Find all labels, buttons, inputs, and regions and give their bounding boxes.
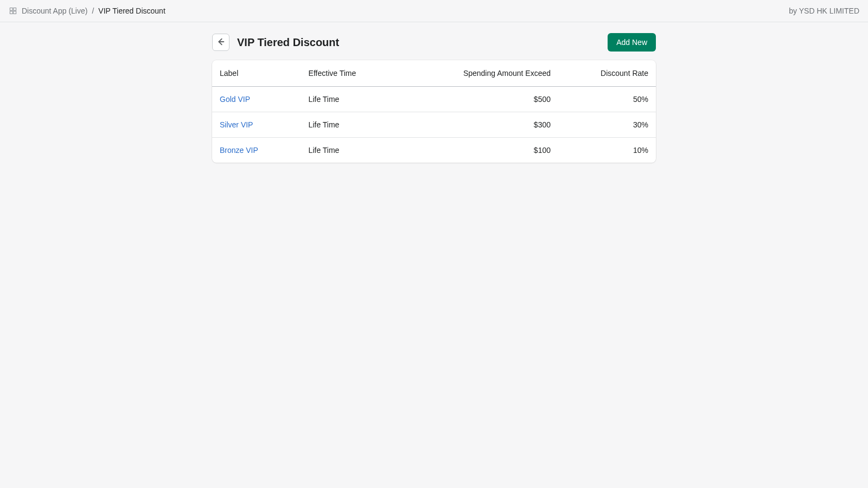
back-button[interactable] (212, 34, 229, 51)
tier-effective-time: Life Time (301, 138, 434, 163)
tier-spending-amount: $300 (434, 112, 558, 138)
page-header: VIP Tiered Discount Add New (212, 33, 656, 52)
tier-discount-rate: 10% (558, 138, 656, 163)
tier-table-card: Label Effective Time Spending Amount Exc… (212, 60, 656, 163)
tier-spending-amount: $500 (434, 87, 558, 112)
column-header-discount-rate: Discount Rate (558, 60, 656, 87)
table-row: Bronze VIP Life Time $100 10% (212, 138, 656, 163)
apps-icon (9, 7, 17, 15)
tier-discount-rate: 50% (558, 87, 656, 112)
table-row: Gold VIP Life Time $500 50% (212, 87, 656, 112)
top-bar: Discount App (Live) / VIP Tiered Discoun… (0, 0, 868, 22)
column-header-effective-time: Effective Time (301, 60, 434, 87)
breadcrumb: Discount App (Live) / VIP Tiered Discoun… (9, 7, 165, 15)
tier-spending-amount: $100 (434, 138, 558, 163)
attribution-text: by YSD HK LIMITED (789, 7, 859, 15)
tier-table: Label Effective Time Spending Amount Exc… (212, 60, 656, 163)
column-header-label: Label (212, 60, 301, 87)
page-title: VIP Tiered Discount (237, 36, 339, 49)
table-header-row: Label Effective Time Spending Amount Exc… (212, 60, 656, 87)
column-header-spending-amount: Spending Amount Exceed (434, 60, 558, 87)
add-new-button[interactable]: Add New (608, 33, 656, 52)
breadcrumb-parent-link[interactable]: Discount App (Live) (22, 7, 87, 15)
breadcrumb-separator: / (92, 7, 94, 15)
arrow-left-icon (216, 37, 226, 48)
breadcrumb-current: VIP Tiered Discount (98, 7, 165, 15)
table-row: Silver VIP Life Time $300 30% (212, 112, 656, 138)
tier-link[interactable]: Gold VIP (220, 95, 250, 104)
tier-link[interactable]: Silver VIP (220, 120, 253, 129)
tier-discount-rate: 30% (558, 112, 656, 138)
tier-effective-time: Life Time (301, 87, 434, 112)
tier-link[interactable]: Bronze VIP (220, 146, 258, 155)
tier-effective-time: Life Time (301, 112, 434, 138)
